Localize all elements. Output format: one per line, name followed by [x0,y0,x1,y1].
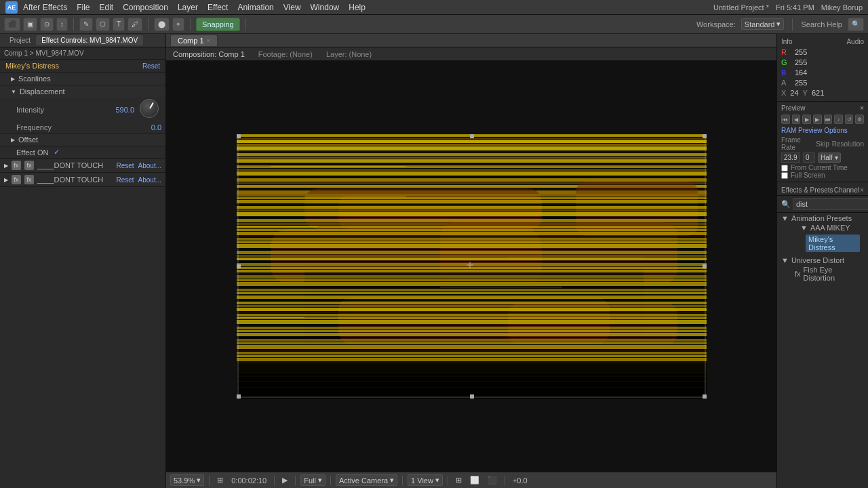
preview-close[interactable]: × [860,104,864,112]
workspace-dropdown[interactable]: Standard ▾ [741,18,785,30]
effect-group-2-icon: fx [12,175,21,184]
menu-edit[interactable]: Edit [99,3,113,12]
vc-transp-btn[interactable]: ⬜ [467,476,482,485]
preview-skip-fwd[interactable]: ⏭ [824,115,833,124]
effect-group-1-header: ▶ fx fx ____DONT TOUCH Reset About... [0,159,165,172]
menu-composition[interactable]: Composition [123,3,168,12]
svg-rect-62 [237,302,707,304]
vc-pixel-btn[interactable]: ⬛ [485,476,500,485]
snapping-button[interactable]: Snapping [196,18,240,31]
scanlines-section: ▶ Scanlines [0,73,165,85]
menu-layer[interactable]: Layer [178,3,198,12]
camera-value: Active Camera [339,476,388,485]
vc-grid-btn[interactable]: ⊞ [453,476,465,485]
effect-group-2-about[interactable]: About... [138,176,161,184]
preview-next-frame[interactable]: ▶ [813,115,822,124]
camera-dropdown[interactable]: Active Camera ▾ [336,474,397,486]
svg-rect-56 [237,289,707,291]
universe-distort-folder[interactable]: ▼ Universe Distort fx Fish Eye Distortio… [777,255,868,285]
preview-skip-back[interactable]: ⏮ [781,115,790,124]
resolution-dropdown[interactable]: Full ▾ [300,474,326,486]
menu-help[interactable]: Help [349,3,366,12]
menu-effect[interactable]: Effect [208,3,228,12]
toolbar-btn-10[interactable]: ⌖ [172,18,184,31]
view-dropdown[interactable]: 1 View ▾ [408,474,443,486]
dial-face[interactable] [140,99,159,118]
universe-distort-label: Universe Distort [791,256,844,264]
fish-eye-item[interactable]: fx Fish Eye Distortion [781,264,864,283]
effect-group-1-about[interactable]: About... [138,162,161,169]
comp-tab-comp1[interactable]: Comp 1 × [170,35,218,46]
toolbar-btn-8[interactable]: 🖊 [127,18,142,31]
menu-view[interactable]: View [283,3,301,12]
offset-header[interactable]: ▶ Offset [0,134,165,146]
menu-file[interactable]: File [77,3,90,12]
mikeys-distress-label[interactable]: Mikey's Distress [806,235,860,252]
intensity-dial[interactable] [140,99,161,121]
frequency-value[interactable]: 0.0 [131,123,161,131]
animation-presets-folder[interactable]: ▼ Animation Presets ▼ AAA MIKEY Mikey's … [777,213,868,255]
preview-audio[interactable]: ♪ [834,115,843,124]
scanlines-header[interactable]: ▶ Scanlines [0,73,165,85]
effect-group-2-triangle[interactable]: ▶ [4,177,8,183]
toolbar-btn-6[interactable]: ⬡ [96,18,110,31]
preview-play[interactable]: ▶ [802,115,811,124]
toolbar-btn-4[interactable]: ↕ [56,18,68,31]
ram-preview-options-link[interactable]: RAM Preview Options [781,127,864,134]
effect-on-checkmark[interactable]: ✓ [54,148,60,157]
intensity-value[interactable]: 590.0 [104,106,134,114]
toolbar-btn-2[interactable]: ▣ [23,18,37,31]
universe-triangle: ▼ [781,256,789,264]
toolbar-btn-9[interactable]: ⬤ [154,18,170,31]
mikeys-distress-item[interactable]: Mikey's Distress [781,233,864,253]
full-screen-label: Full Screen [791,171,825,179]
toolbar-btn-1[interactable]: ⬛ [4,18,20,31]
effects-search-input[interactable] [793,198,868,210]
resolution-select[interactable]: Half ▾ [818,152,841,163]
menu-animation[interactable]: Animation [237,3,273,12]
zoom-dropdown[interactable]: 53.9% ▾ [170,474,204,486]
toolbar-btn-5[interactable]: ✎ [79,18,93,31]
svg-rect-9 [237,159,707,163]
animation-presets-header[interactable]: ▼ Animation Presets [781,214,864,222]
sub-tab-composition[interactable]: Composition: Comp 1 [173,50,245,58]
effect-group-1-triangle[interactable]: ▶ [4,163,8,169]
svg-rect-51 [237,273,707,274]
anim-presets-label: Animation Presets [791,214,852,222]
svg-rect-89 [304,197,406,197]
frame-rate-input[interactable] [781,152,800,163]
effect-group-2-reset[interactable]: Reset [116,176,134,184]
displacement-header[interactable]: ▼ Displacement [0,85,165,98]
tab-project[interactable]: Project [4,35,36,45]
from-current-checkbox: From Current Time [781,164,864,171]
toolbar-btn-3[interactable]: ⊙ [40,18,54,31]
from-current-check[interactable] [781,165,788,171]
left-panel-tab-bar: Project Effect Controls: MVI_9847.MOV [0,34,165,47]
svg-rect-13 [237,171,707,176]
toolbar-btn-7[interactable]: T [113,18,125,31]
search-help-input[interactable]: 🔍 [848,18,864,31]
full-screen-check[interactable] [781,172,788,179]
vc-fit-btn[interactable]: ⊞ [214,476,226,485]
preview-loop[interactable]: ↺ [845,115,854,124]
skip-input[interactable] [803,152,815,163]
viewer [166,61,776,472]
sub-tab-layer[interactable]: Layer: (None) [326,50,372,58]
effects-presets-close[interactable]: × [860,186,864,194]
effect-group-1-reset[interactable]: Reset [116,162,134,169]
vc-play-btn[interactable]: ▶ [279,476,290,485]
universe-distort-header[interactable]: ▼ Universe Distort [781,256,864,264]
tab-effect-controls[interactable]: Effect Controls: MVI_9847.MOV [36,35,143,45]
aaa-mikey-folder[interactable]: ▼ AAA MIKEY [781,222,864,233]
comp-tab-close[interactable]: × [207,37,210,44]
svg-rect-57 [237,292,707,294]
effect-group-1-icon: fx [12,161,21,170]
menu-after-effects[interactable]: After Effects [23,3,67,12]
preview-prev-frame[interactable]: ◀ [792,115,801,124]
sub-tab-footage[interactable]: Footage: (None) [258,50,313,58]
svg-rect-52 [237,275,707,279]
layer-reset-button[interactable]: Reset [142,62,160,70]
menu-window[interactable]: Window [311,3,340,12]
toolbar-sep-3 [190,18,191,30]
preview-settings[interactable]: ⚙ [855,115,864,124]
